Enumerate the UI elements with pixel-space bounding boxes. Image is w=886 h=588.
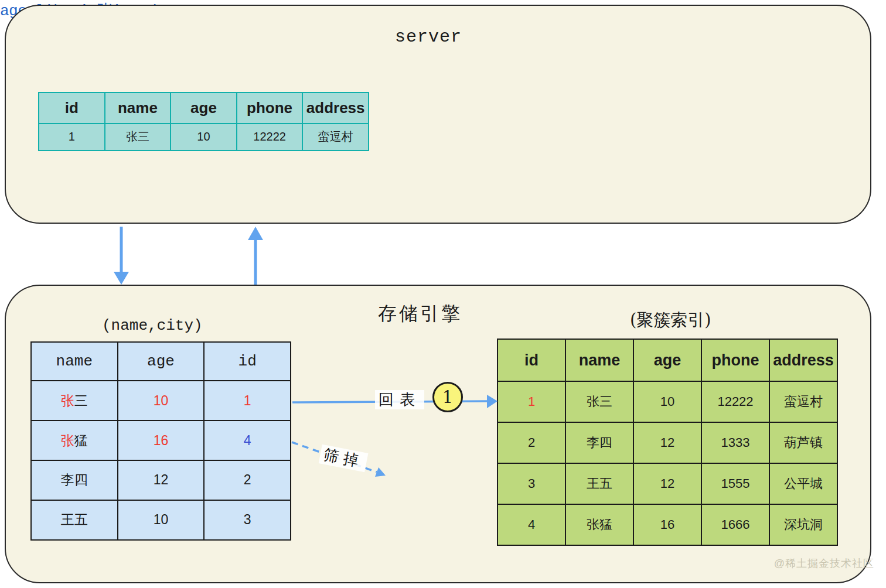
query-response-arrow-head [248, 227, 263, 240]
table-cell: 2 [497, 422, 565, 463]
table-cell: 4 [204, 421, 291, 460]
table-cell: 3 [497, 463, 565, 504]
secondary-index-table: nameageid张三101张猛164李四122王五103 [30, 341, 291, 541]
table-cell: 王五 [565, 463, 633, 504]
header-row: idnameagephoneaddress [497, 339, 837, 381]
cell-text: 王五 [587, 476, 612, 491]
table-row: 张三101 [31, 381, 291, 421]
cell-text: 1333 [721, 435, 750, 450]
table-cell: 张三 [105, 124, 171, 151]
cell-text: 10 [660, 394, 674, 409]
table-cell: 1 [39, 124, 105, 151]
cell-text: 2 [244, 472, 251, 487]
cell-text: 1666 [721, 517, 750, 532]
cell-text: 李四 [61, 472, 88, 487]
cell-text: 1 [528, 394, 535, 409]
column-header: name [31, 342, 118, 381]
cell-text: 蛮逗村 [784, 394, 823, 409]
cell-text: 1 [69, 130, 75, 143]
query-response-arrow [248, 227, 263, 285]
table-cell: 张三 [31, 381, 118, 421]
table-row: 1张三1012222蛮逗村 [497, 381, 837, 422]
table-cell: 1 [204, 381, 291, 421]
cell-text: 16 [660, 517, 674, 532]
cell-text: 3 [528, 476, 535, 491]
table-cell: 16 [633, 504, 701, 545]
table-cell: 1333 [701, 422, 769, 463]
storage-engine-title: 存储引擎 [378, 301, 462, 327]
table-cell: 李四 [31, 460, 118, 500]
table-cell: 蛮逗村 [302, 124, 369, 151]
cell-text: 1 [244, 393, 251, 408]
table-cell: 12222 [701, 381, 769, 422]
table-cell: 12 [633, 422, 701, 463]
header-row: idnameagephoneaddress [39, 93, 369, 124]
table-cell: 1555 [701, 463, 769, 504]
cell-text: 12222 [717, 394, 753, 409]
column-header: age [633, 339, 701, 381]
cell-text: 葫芦镇 [784, 435, 823, 450]
header-row: nameageid [31, 342, 291, 381]
server-result-table: idnameagephoneaddress1张三1012222蛮逗村 [38, 92, 369, 151]
table-cell: 10 [118, 500, 205, 540]
cell-text: 公平城 [784, 476, 823, 491]
step-badge: 1 [432, 382, 463, 412]
table-row: 张猛164 [31, 421, 291, 460]
table-cell: 蛮逗村 [769, 381, 837, 422]
cell-text: 1555 [721, 476, 750, 491]
column-header: id [39, 93, 105, 124]
cell-text: 10 [197, 130, 210, 143]
secondary-index-title: (name,city) [102, 317, 203, 334]
cell-text: 4 [244, 433, 251, 448]
table-cell: 王五 [31, 500, 118, 540]
table-cell: 2 [204, 460, 291, 500]
table-cell: 10 [171, 124, 237, 151]
cell-text: 16 [154, 433, 169, 448]
column-header: age [171, 93, 237, 124]
cell-text: 张三 [587, 394, 612, 409]
table: idnameagephoneaddress1张三1012222蛮逗村2李四121… [497, 339, 838, 546]
watermark: @稀土掘金技术社区 [774, 556, 874, 570]
server-panel-title: server [395, 27, 462, 47]
column-header: id [204, 342, 291, 381]
column-header: address [769, 339, 837, 381]
table-cell: 4 [497, 504, 565, 545]
table-row: 3王五121555公平城 [497, 463, 837, 504]
cell-text: 2 [528, 435, 535, 450]
table-cell: 10 [633, 381, 701, 422]
clustered-index-table: idnameagephoneaddress1张三1012222蛮逗村2李四121… [497, 339, 838, 546]
cell-text: 12 [660, 476, 674, 491]
table-cell: 李四 [565, 422, 633, 463]
cell-text: 12222 [253, 130, 286, 143]
cell-text: 10 [154, 393, 169, 408]
table: nameageid张三101张猛164李四122王五103 [30, 341, 291, 541]
diagram-canvas: server idnameagephoneaddress1张三1012222蛮逗… [0, 0, 886, 588]
cell-text: 深坑洞 [784, 517, 823, 532]
column-header: name [105, 93, 171, 124]
cell-text: 三 [74, 393, 88, 408]
table-cell: 葫芦镇 [769, 422, 837, 463]
cell-text: 张猛 [587, 517, 612, 532]
column-header: phone [701, 339, 769, 381]
cell-text: 12 [154, 472, 169, 487]
table-cell: 3 [204, 500, 291, 540]
table-row: 李四122 [31, 460, 291, 500]
cell-text: 张三 [126, 130, 149, 143]
column-header: name [565, 339, 633, 381]
cell-text: 3 [244, 512, 251, 527]
query-request-arrow-head [114, 272, 129, 285]
cell-text: 猛 [74, 433, 88, 448]
table-cell: 张三 [565, 381, 633, 422]
table-cell: 深坑洞 [769, 504, 837, 545]
clustered-index-title: (聚簇索引) [630, 309, 711, 332]
table-cell: 10 [118, 381, 205, 421]
table-cell: 公平城 [769, 463, 837, 504]
query-request-arrow [114, 227, 129, 285]
cell-text: 张 [61, 393, 74, 408]
cell-text: 王五 [61, 512, 88, 527]
table-row: 4张猛161666深坑洞 [497, 504, 837, 545]
table-cell: 16 [118, 421, 205, 460]
column-header: age [118, 342, 205, 381]
table-cell: 12222 [237, 124, 303, 151]
column-header: address [302, 93, 369, 124]
